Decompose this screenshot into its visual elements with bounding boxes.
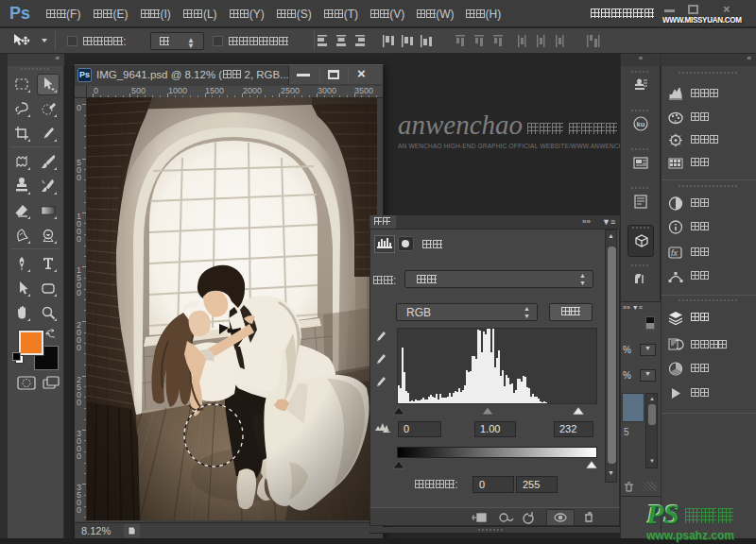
svg-text:ku: ku (637, 120, 645, 128)
svg-text:fx: fx (671, 248, 679, 258)
svg-text:!: ! (387, 425, 390, 434)
